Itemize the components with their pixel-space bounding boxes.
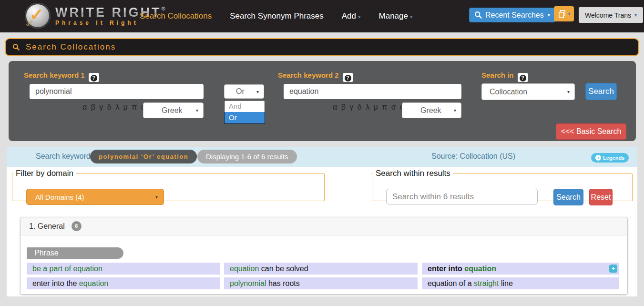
basic-search-button[interactable]: <<< Basic Search xyxy=(556,123,626,140)
logo-badge-icon: ✓ DCG xyxy=(25,3,51,29)
phrase-segment: line xyxy=(499,279,512,287)
advanced-search-panel: Search keyword 1? α β γ δ λ μ π σ ω Gree… xyxy=(9,61,636,141)
phrase-cell[interactable]: enter into the equation xyxy=(27,277,220,289)
chevron-down-icon: ▾ xyxy=(410,14,413,20)
search-button[interactable]: Search xyxy=(585,83,617,100)
filter-by-domain-title: Filter by domain xyxy=(13,169,76,178)
operator-option-and[interactable]: And xyxy=(225,101,265,112)
phrase-cell[interactable]: equation of a straight line xyxy=(422,277,619,289)
search-in-label: Search in? xyxy=(481,71,528,82)
chevron-down-icon: ▾ xyxy=(155,194,164,200)
phrase-segment: equation of a xyxy=(428,279,474,287)
phrase-segment: be a part of equation xyxy=(32,265,102,273)
phrase-segment: can be solved xyxy=(259,265,308,273)
top-navbar: ✓ DCG WRITE RIGHT® Phrase It Right Searc… xyxy=(0,0,644,32)
chevron-down-icon: ▾ xyxy=(454,108,461,113)
keyword1-greek-select[interactable]: Greek ▾ xyxy=(143,102,204,118)
phrase-segment: straight xyxy=(474,279,499,287)
search-icon xyxy=(474,11,482,19)
keyword1-label: Search keyword 1? xyxy=(24,71,99,82)
main-content: Filter by domain All Domains (4) ▾ Searc… xyxy=(7,167,637,296)
keywords-badge: polynomial ‘Or’ equation xyxy=(90,150,197,163)
phrase-segment: polynomial xyxy=(230,279,266,287)
keyword2-input[interactable] xyxy=(284,84,461,99)
domain-select[interactable]: All Domains (4) ▾ xyxy=(26,189,164,205)
phrase-segment: has roots xyxy=(266,279,299,287)
operator-select[interactable]: Or ▾ xyxy=(224,84,264,99)
legends-button[interactable]: iLegends xyxy=(591,153,629,163)
phrase-cell[interactable]: enter into equation+ xyxy=(422,263,619,275)
info-icon: i xyxy=(595,155,601,161)
phrase-cell[interactable]: equation can be solved xyxy=(224,263,418,275)
nav-manage-menu[interactable]: Manage▾ xyxy=(379,11,413,21)
phrase-segment: enter into xyxy=(428,265,464,273)
group-count-badge: 6 xyxy=(72,221,82,231)
search-within-results-fieldset: Search within results Search Reset xyxy=(372,169,633,201)
chevron-down-icon: ▾ xyxy=(196,108,203,113)
keyword2-greek-letters[interactable]: α β γ δ λ μ π σ ω xyxy=(333,103,407,112)
operator-dropdown: And Or xyxy=(224,100,265,124)
recent-searches-label: Recent Searches xyxy=(485,11,544,20)
chevron-down-icon: ▾ xyxy=(567,89,574,94)
results-count-badge: Displaying 1-6 of 6 results xyxy=(197,150,297,163)
search-in-select[interactable]: Collocation ▾ xyxy=(481,83,575,100)
welcome-label: Welcome Trans xyxy=(585,11,631,19)
help-icon[interactable]: ? xyxy=(343,73,353,82)
chevron-down-icon: ▾ xyxy=(358,14,361,20)
results-group-general: 1. General 6 Phrase be a part of equatio… xyxy=(20,217,628,295)
operator-option-or[interactable]: Or xyxy=(225,112,265,123)
phrase-tag: Phrase xyxy=(27,247,123,259)
page-title-bar: Search Collocations xyxy=(5,38,639,56)
search-within-results-title: Search within results xyxy=(373,169,453,178)
keyword2-label: Search keyword 2? xyxy=(278,71,353,82)
copy-icon xyxy=(558,10,567,19)
search-within-input[interactable] xyxy=(386,189,538,204)
chevron-down-icon: ▾ xyxy=(568,11,571,16)
nav-add-menu[interactable]: Add▾ xyxy=(342,11,361,21)
welcome-user-button[interactable]: Welcome Trans ▾ xyxy=(579,7,643,23)
search-icon xyxy=(12,43,20,51)
help-icon[interactable]: ? xyxy=(518,73,528,82)
phrase-cell[interactable]: polynomial has roots xyxy=(224,277,418,289)
phrase-cell[interactable]: be a part of equation xyxy=(27,263,220,275)
filter-by-domain-fieldset: Filter by domain All Domains (4) ▾ xyxy=(12,169,325,201)
search-within-reset-button[interactable]: Reset xyxy=(589,189,613,205)
source-label: Source: Collocation (US) xyxy=(431,152,515,161)
nav-search-collocations[interactable]: Search Collocations xyxy=(140,11,212,21)
group-header[interactable]: 1. General 6 xyxy=(20,217,627,235)
phrase-segment: equation xyxy=(230,265,259,273)
search-within-search-button[interactable]: Search xyxy=(553,189,583,205)
search-keywords-label: Search keywords: xyxy=(36,152,96,161)
chevron-down-icon: ▾ xyxy=(634,12,637,18)
nav-search-synonym-phrases[interactable]: Search Synonym Phrases xyxy=(230,11,324,21)
chevron-down-icon: ▾ xyxy=(548,12,550,18)
phrase-segment: equation xyxy=(79,279,108,287)
recent-searches-button[interactable]: Recent Searches ▾ xyxy=(469,8,555,22)
results-summary-bar: Search keywords: polynomial ‘Or’ equatio… xyxy=(7,147,637,167)
page-title: Search Collocations xyxy=(26,42,116,52)
phrase-segment: enter into the xyxy=(32,279,79,287)
add-phrase-button[interactable]: + xyxy=(609,265,617,273)
keyword2-greek-select[interactable]: Greek ▾ xyxy=(402,102,461,118)
chevron-down-icon: ▾ xyxy=(256,89,264,94)
keyword1-input[interactable] xyxy=(30,84,204,99)
nav-links: Search Collocations Search Synonym Phras… xyxy=(140,0,413,32)
help-icon[interactable]: ? xyxy=(89,73,99,82)
group-title: 1. General xyxy=(29,222,65,231)
phrase-segment: equation xyxy=(464,265,496,273)
copy-menu-button[interactable]: ▾ xyxy=(554,6,574,21)
phrase-grid: be a part of equationequation can be sol… xyxy=(27,263,619,289)
